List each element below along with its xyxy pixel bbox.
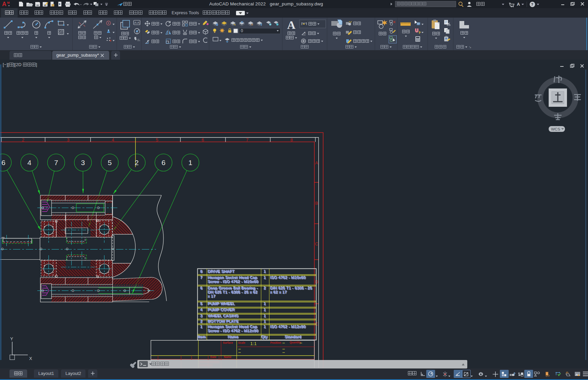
svg-text:M: M (7, 1, 10, 4)
svg-text:?: ? (531, 2, 533, 6)
svg-text:A-A: A-A (134, 21, 139, 24)
svg-text:A: A (517, 2, 520, 7)
svg-text:A: A (2, 1, 6, 7)
svg-text:A: A (304, 31, 306, 34)
svg-text:WCS: WCS (551, 127, 560, 131)
